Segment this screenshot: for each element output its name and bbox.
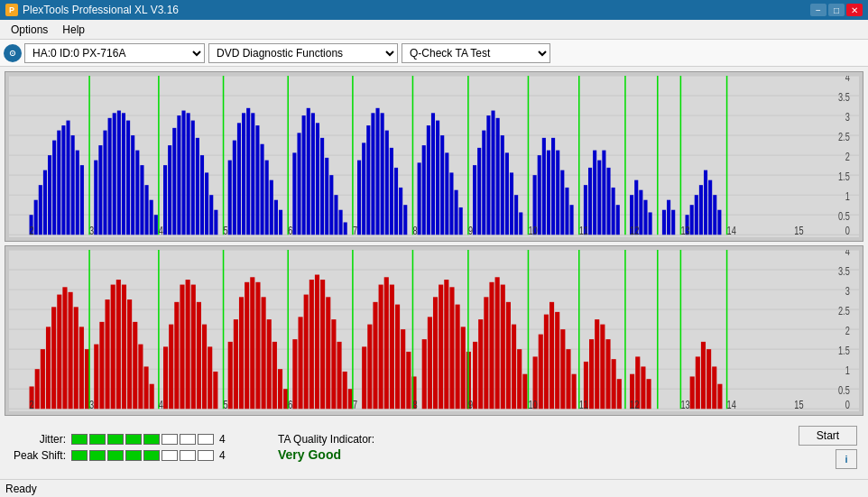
svg-rect-309 — [717, 384, 722, 410]
bottom-chart-container: 4 3.5 3 2.5 2 1.5 1 0.5 0 — [5, 245, 863, 416]
svg-rect-244 — [331, 319, 336, 409]
svg-rect-79 — [325, 158, 328, 235]
svg-rect-143 — [649, 212, 652, 235]
svg-rect-226 — [234, 319, 238, 409]
svg-rect-69 — [274, 200, 278, 235]
svg-rect-147 — [671, 210, 675, 235]
jitter-seg-2 — [89, 434, 106, 445]
svg-rect-54 — [200, 155, 204, 235]
svg-rect-32 — [98, 145, 102, 235]
charts-area: 4 3.5 3 2.5 2 1.5 1 0.5 0 — [0, 67, 868, 416]
jitter-seg-8 — [198, 434, 214, 445]
svg-rect-135 — [606, 168, 610, 235]
svg-rect-266 — [456, 305, 460, 410]
jitter-seg-4 — [125, 434, 142, 445]
svg-rect-245 — [337, 342, 341, 409]
jitter-seg-1 — [71, 434, 88, 445]
svg-rect-276 — [506, 302, 511, 409]
svg-text:0.5: 0.5 — [838, 383, 850, 396]
svg-rect-127 — [565, 188, 568, 235]
svg-rect-230 — [255, 282, 260, 409]
svg-rect-288 — [572, 374, 577, 410]
svg-rect-46 — [163, 165, 167, 235]
svg-text:3.5: 3.5 — [838, 90, 850, 103]
svg-rect-105 — [455, 190, 458, 235]
peak-shift-value: 4 — [219, 449, 226, 462]
svg-rect-112 — [491, 111, 494, 235]
svg-rect-74 — [302, 115, 306, 235]
function-select[interactable]: DVD Diagnostic Functions — [208, 43, 398, 63]
svg-rect-241 — [315, 275, 319, 410]
main-area: 4 3.5 3 2.5 2 1.5 1 0.5 0 — [0, 67, 868, 479]
svg-rect-67 — [265, 161, 269, 235]
svg-rect-246 — [343, 372, 347, 409]
svg-rect-92 — [390, 148, 393, 235]
metrics-section: Jitter: 4 Peak Shift: — [7, 433, 242, 462]
svg-rect-55 — [205, 172, 208, 235]
svg-text:13: 13 — [680, 225, 689, 237]
peak-seg-3 — [107, 450, 124, 461]
svg-rect-80 — [329, 175, 333, 235]
svg-rect-44 — [154, 215, 158, 235]
svg-text:0.5: 0.5 — [838, 209, 850, 222]
svg-rect-152 — [699, 185, 703, 235]
svg-rect-218 — [186, 280, 190, 409]
svg-rect-206 — [116, 280, 121, 409]
svg-rect-100 — [431, 113, 435, 235]
svg-rect-308 — [712, 366, 716, 409]
start-button[interactable]: Start — [799, 426, 857, 446]
svg-rect-196 — [62, 287, 67, 409]
bottom-panel: Jitter: 4 Peak Shift: — [0, 416, 868, 479]
maximize-button[interactable]: □ — [828, 4, 845, 16]
svg-rect-38 — [126, 121, 130, 235]
svg-rect-292 — [595, 319, 599, 409]
drive-select[interactable]: HA:0 ID:0 PX-716A — [24, 43, 205, 63]
svg-rect-221 — [202, 325, 207, 410]
svg-rect-64 — [251, 113, 254, 235]
svg-rect-286 — [560, 329, 565, 409]
toolbar: ⊙ HA:0 ID:0 PX-716A DVD Diagnostic Funct… — [0, 40, 868, 67]
menu-options[interactable]: Options — [4, 22, 55, 38]
jitter-progress — [71, 434, 214, 445]
svg-rect-240 — [309, 280, 314, 409]
ta-quality-section: TA Quality Indicator: Very Good — [242, 433, 799, 462]
svg-rect-26 — [66, 121, 69, 235]
test-select[interactable]: Q-Check TA Test — [402, 43, 550, 63]
jitter-seg-3 — [107, 434, 124, 445]
svg-rect-70 — [279, 210, 282, 235]
svg-rect-34 — [108, 118, 112, 235]
svg-rect-50 — [181, 111, 185, 235]
info-button[interactable]: i — [836, 449, 857, 469]
svg-rect-233 — [272, 342, 277, 409]
menubar: Options Help — [0, 20, 868, 40]
svg-rect-193 — [46, 327, 51, 409]
close-button[interactable]: ✕ — [846, 4, 863, 16]
svg-rect-249 — [362, 346, 366, 409]
svg-text:12: 12 — [630, 399, 639, 411]
svg-rect-272 — [484, 297, 488, 409]
svg-text:4: 4 — [159, 225, 163, 237]
bottom-chart: 4 3.5 3 2.5 2 1.5 1 0.5 0 — [9, 250, 859, 411]
svg-rect-228 — [245, 282, 249, 409]
svg-rect-133 — [597, 161, 601, 235]
svg-rect-250 — [367, 325, 372, 410]
svg-text:11: 11 — [579, 225, 588, 237]
svg-rect-252 — [379, 285, 383, 410]
svg-rect-43 — [150, 200, 153, 235]
svg-rect-134 — [602, 151, 605, 235]
svg-rect-287 — [566, 349, 570, 409]
minimize-button[interactable]: − — [810, 4, 826, 16]
svg-rect-116 — [510, 172, 513, 235]
svg-rect-223 — [213, 372, 217, 409]
menu-help[interactable]: Help — [55, 22, 92, 38]
svg-rect-60 — [233, 141, 236, 235]
peak-seg-6 — [162, 450, 178, 461]
svg-rect-87 — [366, 125, 370, 235]
svg-rect-300 — [641, 366, 645, 409]
svg-rect-203 — [99, 322, 104, 409]
svg-text:2.5: 2.5 — [838, 304, 850, 317]
svg-rect-211 — [143, 366, 148, 409]
svg-rect-251 — [373, 302, 377, 409]
svg-text:4: 4 — [845, 250, 850, 257]
svg-rect-262 — [433, 297, 438, 409]
